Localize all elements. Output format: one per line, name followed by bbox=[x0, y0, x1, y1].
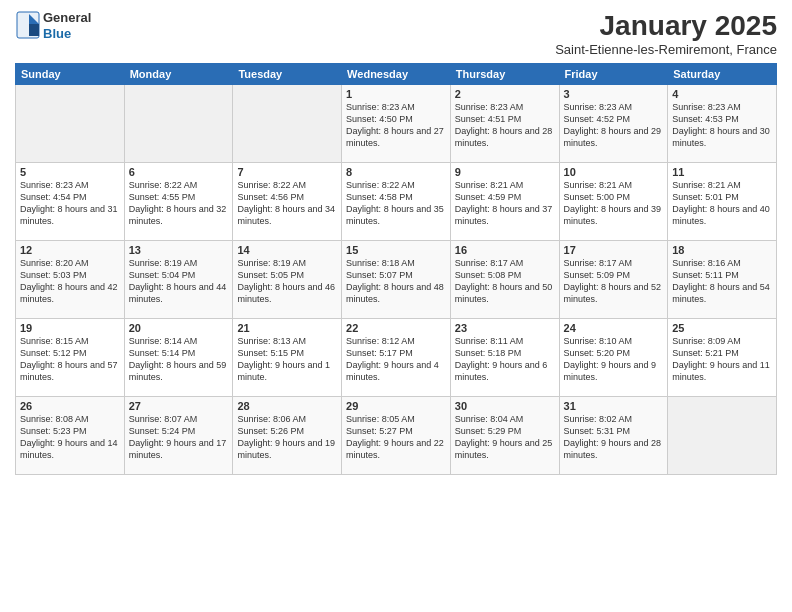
calendar-week-2: 5Sunrise: 8:23 AMSunset: 4:54 PMDaylight… bbox=[16, 163, 777, 241]
day-info: Sunrise: 8:23 AMSunset: 4:52 PMDaylight:… bbox=[564, 101, 664, 150]
day-info: Sunrise: 8:13 AMSunset: 5:15 PMDaylight:… bbox=[237, 335, 337, 384]
calendar-cell bbox=[124, 85, 233, 163]
calendar-cell bbox=[668, 397, 777, 475]
weekday-header-thursday: Thursday bbox=[450, 64, 559, 85]
day-info: Sunrise: 8:21 AMSunset: 5:01 PMDaylight:… bbox=[672, 179, 772, 228]
day-info: Sunrise: 8:06 AMSunset: 5:26 PMDaylight:… bbox=[237, 413, 337, 462]
day-info: Sunrise: 8:07 AMSunset: 5:24 PMDaylight:… bbox=[129, 413, 229, 462]
day-info: Sunrise: 8:22 AMSunset: 4:55 PMDaylight:… bbox=[129, 179, 229, 228]
calendar-cell: 2Sunrise: 8:23 AMSunset: 4:51 PMDaylight… bbox=[450, 85, 559, 163]
day-info: Sunrise: 8:19 AMSunset: 5:05 PMDaylight:… bbox=[237, 257, 337, 306]
day-info: Sunrise: 8:21 AMSunset: 5:00 PMDaylight:… bbox=[564, 179, 664, 228]
calendar-cell: 20Sunrise: 8:14 AMSunset: 5:14 PMDayligh… bbox=[124, 319, 233, 397]
calendar-cell: 24Sunrise: 8:10 AMSunset: 5:20 PMDayligh… bbox=[559, 319, 668, 397]
day-info: Sunrise: 8:08 AMSunset: 5:23 PMDaylight:… bbox=[20, 413, 120, 462]
calendar-cell: 23Sunrise: 8:11 AMSunset: 5:18 PMDayligh… bbox=[450, 319, 559, 397]
day-info: Sunrise: 8:23 AMSunset: 4:53 PMDaylight:… bbox=[672, 101, 772, 150]
day-number: 6 bbox=[129, 166, 229, 178]
logo-icon bbox=[15, 10, 43, 42]
calendar-cell: 22Sunrise: 8:12 AMSunset: 5:17 PMDayligh… bbox=[342, 319, 451, 397]
calendar-cell: 7Sunrise: 8:22 AMSunset: 4:56 PMDaylight… bbox=[233, 163, 342, 241]
calendar-cell: 31Sunrise: 8:02 AMSunset: 5:31 PMDayligh… bbox=[559, 397, 668, 475]
day-info: Sunrise: 8:21 AMSunset: 4:59 PMDaylight:… bbox=[455, 179, 555, 228]
weekday-header-wednesday: Wednesday bbox=[342, 64, 451, 85]
day-number: 24 bbox=[564, 322, 664, 334]
day-number: 23 bbox=[455, 322, 555, 334]
calendar-cell: 19Sunrise: 8:15 AMSunset: 5:12 PMDayligh… bbox=[16, 319, 125, 397]
calendar-cell: 28Sunrise: 8:06 AMSunset: 5:26 PMDayligh… bbox=[233, 397, 342, 475]
calendar-cell: 1Sunrise: 8:23 AMSunset: 4:50 PMDaylight… bbox=[342, 85, 451, 163]
day-info: Sunrise: 8:09 AMSunset: 5:21 PMDaylight:… bbox=[672, 335, 772, 384]
day-number: 25 bbox=[672, 322, 772, 334]
day-info: Sunrise: 8:12 AMSunset: 5:17 PMDaylight:… bbox=[346, 335, 446, 384]
calendar-cell: 17Sunrise: 8:17 AMSunset: 5:09 PMDayligh… bbox=[559, 241, 668, 319]
calendar-cell: 18Sunrise: 8:16 AMSunset: 5:11 PMDayligh… bbox=[668, 241, 777, 319]
calendar-cell: 29Sunrise: 8:05 AMSunset: 5:27 PMDayligh… bbox=[342, 397, 451, 475]
page: General Blue January 2025 Saint-Etienne-… bbox=[0, 0, 792, 612]
logo: General Blue bbox=[15, 10, 91, 42]
calendar-cell bbox=[233, 85, 342, 163]
calendar-cell: 5Sunrise: 8:23 AMSunset: 4:54 PMDaylight… bbox=[16, 163, 125, 241]
calendar-cell: 11Sunrise: 8:21 AMSunset: 5:01 PMDayligh… bbox=[668, 163, 777, 241]
page-header: General Blue January 2025 Saint-Etienne-… bbox=[15, 10, 777, 57]
day-info: Sunrise: 8:15 AMSunset: 5:12 PMDaylight:… bbox=[20, 335, 120, 384]
calendar-cell: 14Sunrise: 8:19 AMSunset: 5:05 PMDayligh… bbox=[233, 241, 342, 319]
weekday-header-friday: Friday bbox=[559, 64, 668, 85]
day-number: 11 bbox=[672, 166, 772, 178]
day-number: 8 bbox=[346, 166, 446, 178]
calendar-cell: 3Sunrise: 8:23 AMSunset: 4:52 PMDaylight… bbox=[559, 85, 668, 163]
calendar-week-3: 12Sunrise: 8:20 AMSunset: 5:03 PMDayligh… bbox=[16, 241, 777, 319]
day-info: Sunrise: 8:10 AMSunset: 5:20 PMDaylight:… bbox=[564, 335, 664, 384]
day-number: 16 bbox=[455, 244, 555, 256]
day-number: 1 bbox=[346, 88, 446, 100]
day-number: 4 bbox=[672, 88, 772, 100]
day-info: Sunrise: 8:22 AMSunset: 4:58 PMDaylight:… bbox=[346, 179, 446, 228]
calendar-table: SundayMondayTuesdayWednesdayThursdayFrid… bbox=[15, 63, 777, 475]
day-number: 28 bbox=[237, 400, 337, 412]
calendar-cell: 15Sunrise: 8:18 AMSunset: 5:07 PMDayligh… bbox=[342, 241, 451, 319]
day-number: 19 bbox=[20, 322, 120, 334]
calendar-cell: 21Sunrise: 8:13 AMSunset: 5:15 PMDayligh… bbox=[233, 319, 342, 397]
day-number: 31 bbox=[564, 400, 664, 412]
day-info: Sunrise: 8:19 AMSunset: 5:04 PMDaylight:… bbox=[129, 257, 229, 306]
day-info: Sunrise: 8:23 AMSunset: 4:50 PMDaylight:… bbox=[346, 101, 446, 150]
day-number: 26 bbox=[20, 400, 120, 412]
day-number: 13 bbox=[129, 244, 229, 256]
calendar-cell: 13Sunrise: 8:19 AMSunset: 5:04 PMDayligh… bbox=[124, 241, 233, 319]
day-number: 2 bbox=[455, 88, 555, 100]
calendar-cell: 12Sunrise: 8:20 AMSunset: 5:03 PMDayligh… bbox=[16, 241, 125, 319]
weekday-header-tuesday: Tuesday bbox=[233, 64, 342, 85]
day-number: 15 bbox=[346, 244, 446, 256]
calendar-cell: 27Sunrise: 8:07 AMSunset: 5:24 PMDayligh… bbox=[124, 397, 233, 475]
day-number: 17 bbox=[564, 244, 664, 256]
calendar-cell: 16Sunrise: 8:17 AMSunset: 5:08 PMDayligh… bbox=[450, 241, 559, 319]
day-number: 20 bbox=[129, 322, 229, 334]
logo-general: General bbox=[43, 10, 91, 26]
calendar-cell: 4Sunrise: 8:23 AMSunset: 4:53 PMDaylight… bbox=[668, 85, 777, 163]
day-info: Sunrise: 8:17 AMSunset: 5:08 PMDaylight:… bbox=[455, 257, 555, 306]
day-info: Sunrise: 8:14 AMSunset: 5:14 PMDaylight:… bbox=[129, 335, 229, 384]
day-number: 14 bbox=[237, 244, 337, 256]
day-number: 5 bbox=[20, 166, 120, 178]
calendar-cell: 6Sunrise: 8:22 AMSunset: 4:55 PMDaylight… bbox=[124, 163, 233, 241]
day-info: Sunrise: 8:20 AMSunset: 5:03 PMDaylight:… bbox=[20, 257, 120, 306]
day-number: 27 bbox=[129, 400, 229, 412]
calendar-header-row: SundayMondayTuesdayWednesdayThursdayFrid… bbox=[16, 64, 777, 85]
calendar-cell: 30Sunrise: 8:04 AMSunset: 5:29 PMDayligh… bbox=[450, 397, 559, 475]
day-info: Sunrise: 8:04 AMSunset: 5:29 PMDaylight:… bbox=[455, 413, 555, 462]
day-info: Sunrise: 8:11 AMSunset: 5:18 PMDaylight:… bbox=[455, 335, 555, 384]
logo-text: General Blue bbox=[43, 10, 91, 41]
day-number: 9 bbox=[455, 166, 555, 178]
calendar-week-1: 1Sunrise: 8:23 AMSunset: 4:50 PMDaylight… bbox=[16, 85, 777, 163]
calendar-week-5: 26Sunrise: 8:08 AMSunset: 5:23 PMDayligh… bbox=[16, 397, 777, 475]
day-number: 29 bbox=[346, 400, 446, 412]
day-number: 7 bbox=[237, 166, 337, 178]
calendar-cell: 26Sunrise: 8:08 AMSunset: 5:23 PMDayligh… bbox=[16, 397, 125, 475]
calendar-cell: 9Sunrise: 8:21 AMSunset: 4:59 PMDaylight… bbox=[450, 163, 559, 241]
month-title: January 2025 bbox=[555, 10, 777, 42]
day-number: 22 bbox=[346, 322, 446, 334]
day-number: 18 bbox=[672, 244, 772, 256]
day-info: Sunrise: 8:16 AMSunset: 5:11 PMDaylight:… bbox=[672, 257, 772, 306]
title-block: January 2025 Saint-Etienne-les-Remiremon… bbox=[555, 10, 777, 57]
day-number: 12 bbox=[20, 244, 120, 256]
